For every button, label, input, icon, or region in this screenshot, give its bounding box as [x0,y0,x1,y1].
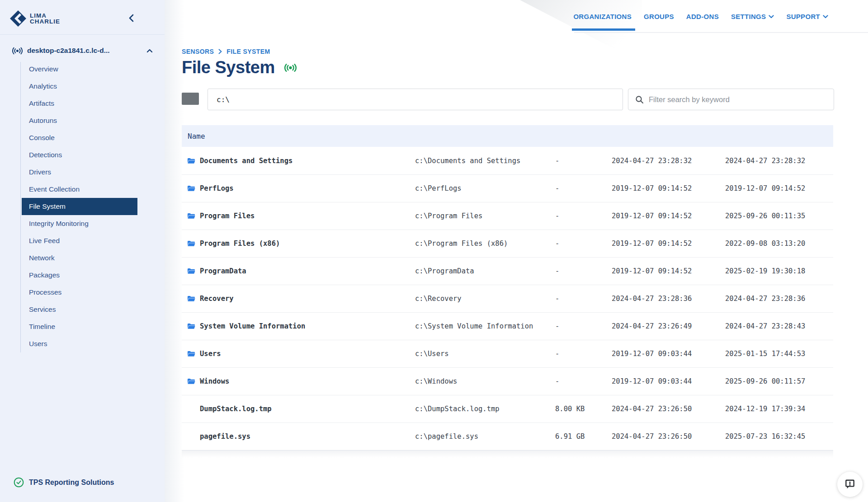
breadcrumb-file-system[interactable]: FILE SYSTEM [226,48,270,55]
table-row[interactable]: Program Files (x86)c:\Program Files (x86… [182,230,833,257]
table-row[interactable]: Recoveryc:\Recovery-2024-04-27 23:28:362… [182,285,833,312]
sidebar-item-label: Event Collection [29,185,80,193]
top-nav: ORGANIZATIONSGROUPSADD-ONSSETTINGSSUPPOR… [573,0,868,33]
sidebar-menu: OverviewAnalyticsArtifactsAutorunsConsol… [0,61,165,352]
path-input[interactable] [208,89,623,110]
chevron-down-icon [823,15,828,19]
folder-icon [187,378,195,385]
table-row[interactable]: Usersc:\Users-2019-12-07 09:03:442025-01… [182,340,833,367]
nav-support[interactable]: SUPPORT [786,13,828,20]
folder-icon [187,268,195,275]
table-row[interactable]: PerfLogsc:\PerfLogs-2019-12-07 09:14:522… [182,174,833,202]
sidebar-item-analytics[interactable]: Analytics [22,78,137,95]
sidebar-item-label: Network [29,254,55,262]
folder-icon-cell [187,240,195,247]
sidebar-item-drivers[interactable]: Drivers [22,164,137,181]
sidebar-footer[interactable]: TPS Reporting Solutions [14,477,114,488]
sidebar-item-autoruns[interactable]: Autoruns [22,112,137,129]
sidebar-item-users[interactable]: Users [22,335,137,352]
folder-icon-cell [187,378,195,385]
modified-cell: 2022-09-08 03:13:20 [725,239,805,248]
feedback-button[interactable] [837,472,863,497]
nav-label: ORGANIZATIONS [573,13,632,20]
sidebar-item-label: Users [29,340,47,348]
created-cell: 2019-12-07 09:14:52 [612,184,692,192]
breadcrumb-sensors[interactable]: SENSORS [182,48,214,55]
sidebar-item-console[interactable]: Console [22,129,137,146]
path-root-button[interactable] [182,93,199,105]
sidebar-item-services[interactable]: Services [22,301,137,318]
created-cell: 2019-12-07 09:14:52 [612,239,692,248]
footer-label: TPS Reporting Solutions [29,479,114,487]
table-row[interactable]: ProgramDatac:\ProgramData-2019-12-07 09:… [182,257,833,285]
sidebar-item-detections[interactable]: Detections [22,146,137,164]
sidebar-item-file-system[interactable]: File System [22,198,137,215]
check-circle-icon [14,477,24,488]
sidebar-item-artifacts[interactable]: Artifacts [22,95,137,112]
folder-icon [187,240,195,247]
main-content: ORGANIZATIONSGROUPSADD-ONSSETTINGSSUPPOR… [165,0,868,502]
sidebar-item-label: Detections [29,151,62,159]
table-header[interactable]: Name [182,125,833,147]
nav-organizations[interactable]: ORGANIZATIONS [573,13,632,20]
file-path-cell: c:\DumpStack.log.tmp [415,405,500,413]
file-path-cell: c:\Program Files (x86) [415,239,508,248]
sidebar-item-label: Integrity Monitoring [29,220,89,228]
nav-groups[interactable]: GROUPS [644,13,674,20]
file-path-cell: c:\Windows [415,377,457,385]
sidebar-item-event-collection[interactable]: Event Collection [22,181,137,198]
created-cell: 2024-04-27 23:26:50 [612,432,692,441]
sensor-header[interactable]: desktop-c2a1841.c.lc-d... [12,43,153,58]
table-row[interactable]: Windowsc:\Windows-2019-12-07 09:03:44202… [182,367,833,395]
sidebar-item-network[interactable]: Network [22,249,137,267]
sidebar-item-label: Services [29,305,56,314]
modified-cell: 2025-02-19 19:30:18 [725,267,805,275]
sidebar-collapse-button[interactable] [125,12,137,24]
feedback-bubble-icon [844,479,856,490]
table-row[interactable]: Program Filesc:\Program Files-2019-12-07… [182,202,833,230]
limacharlie-logo-text: LIMA CHARLIE [30,13,60,24]
page-title-row: File System [182,58,297,77]
sidebar-item-packages[interactable]: Packages [22,267,137,284]
file-path-cell: c:\ProgramData [415,267,474,275]
limacharlie-logo[interactable]: LIMA CHARLIE [10,10,60,27]
name-column-header: Name [188,132,205,141]
sidebar-item-timeline[interactable]: Timeline [22,318,137,335]
file-size-cell: - [555,157,559,165]
sidebar-item-label: Live Feed [29,237,60,245]
modified-cell: 2025-09-26 00:11:57 [725,377,805,385]
sidebar-item-overview[interactable]: Overview [22,61,137,78]
created-cell: 2019-12-07 09:03:44 [612,350,692,358]
modified-cell: 2024-12-19 17:39:34 [725,405,805,413]
search-icon [635,95,644,104]
folder-icon-cell [187,213,195,220]
sidebar-item-integrity-monitoring[interactable]: Integrity Monitoring [22,215,137,232]
nav-settings[interactable]: SETTINGS [731,13,774,20]
modified-cell: 2025-09-26 00:11:35 [725,212,805,220]
breadcrumb: SENSORS FILE SYSTEM [182,48,270,55]
folder-icon [187,323,195,330]
chevron-right-icon [218,49,222,54]
chevron-left-icon [129,14,134,22]
created-cell: 2024-04-27 23:26:49 [612,322,692,330]
live-signal-icon [284,63,297,72]
file-name-cell: Users [200,350,221,358]
table-row[interactable]: System Volume Informationc:\System Volum… [182,312,833,340]
nav-add-ons[interactable]: ADD-ONS [686,13,719,20]
sidebar-item-label: Processes [29,288,61,296]
sidebar-item-live-feed[interactable]: Live Feed [22,232,137,249]
sidebar-item-processes[interactable]: Processes [22,284,137,301]
file-name-cell: Program Files (x86) [200,239,280,248]
sidebar-item-label: Drivers [29,168,51,176]
file-size-cell: - [555,212,559,220]
nav-label: SETTINGS [731,13,766,20]
table-row[interactable]: DumpStack.log.tmpc:\DumpStack.log.tmp8.0… [182,395,833,422]
filter-search-input[interactable] [649,95,834,104]
folder-icon [187,213,195,220]
table-row[interactable]: Documents and Settingsc:\Documents and S… [182,147,833,174]
file-path-cell: c:\PerfLogs [415,184,462,192]
table-row[interactable]: pagefile.sysc:\pagefile.sys6.91 GB2024-0… [182,422,833,450]
file-path-cell: c:\System Volume Information [415,322,533,330]
sidebar-item-label: Console [29,134,55,142]
folder-icon-cell [187,296,195,302]
